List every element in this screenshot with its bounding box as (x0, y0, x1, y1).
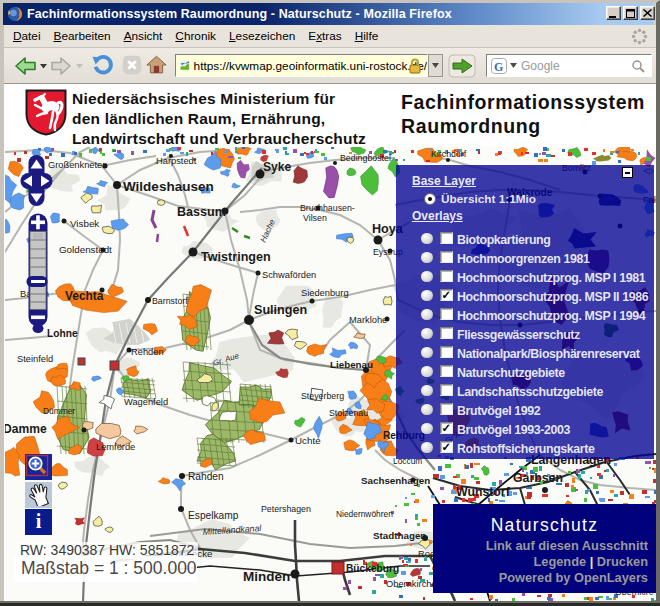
svg-text:G: G (494, 59, 503, 73)
